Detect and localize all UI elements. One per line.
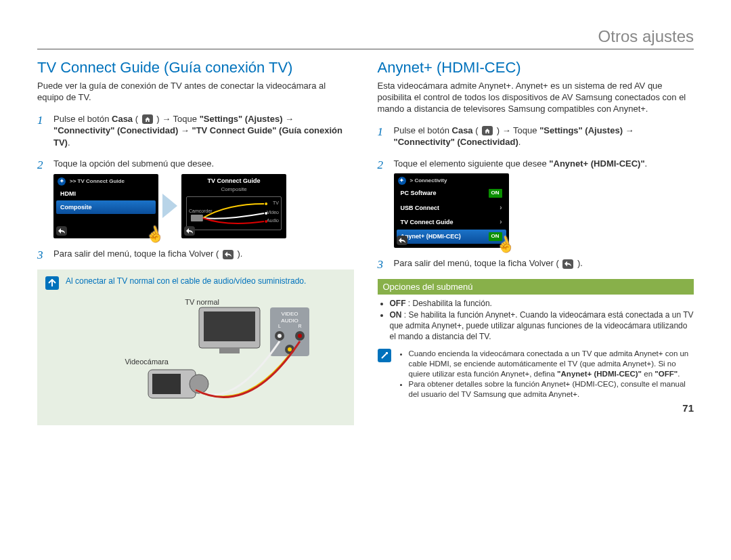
- globe-icon: ✦: [58, 177, 66, 186]
- screens-row: ✦ > Connectivity PC Software ON USB Conn…: [394, 173, 694, 248]
- screens-row: ✦ >> TV Connect Guide HDMI Composite ☝ T…: [53, 174, 354, 238]
- page-number: 71: [378, 402, 694, 414]
- menu-item-anynet: Anynet+ (HDMI-CEC) ON: [397, 230, 506, 244]
- globe-icon: ✦: [398, 177, 406, 185]
- left-column: TV Connect Guide (Guía conexión TV) Pued…: [37, 59, 354, 425]
- svg-point-13: [288, 347, 292, 351]
- menu-item-tvguide: TV Connect Guide ›: [397, 215, 506, 230]
- step-1: Pulse el botón Casa ( ) → Toque "Setting…: [378, 125, 694, 148]
- step-3: Para salir del menú, toque la ficha Volv…: [378, 257, 694, 270]
- note-icon: [378, 349, 391, 362]
- back-icon: [223, 250, 234, 259]
- chevron-right-icon: ›: [500, 203, 502, 213]
- svg-rect-15: [152, 374, 181, 394]
- connection-illustration: TV normal VIDEO AUDIO L R: [45, 295, 346, 417]
- home-icon: [142, 114, 153, 124]
- intro-text: Puede ver la guía de conexión de TV ante…: [37, 81, 354, 104]
- breadcrumb: ✦ >> TV Connect Guide: [56, 177, 156, 187]
- label-tv: TV normal: [185, 298, 219, 306]
- menu-item-usbconnect: USB Connect ›: [397, 200, 506, 215]
- step-1: Pulse el botón Casa ( ) → Toque "Setting…: [37, 113, 354, 149]
- svg-point-1: [265, 202, 267, 205]
- section-heading-anynet: Anynet+ (HDMI-CEC): [378, 59, 694, 77]
- steps-list: Pulse el botón Casa ( ) → Toque "Setting…: [378, 125, 694, 270]
- tap-hand-icon: ☝: [143, 223, 167, 248]
- label-camcorder: Videocámara: [125, 358, 169, 366]
- intro-text: Esta videocámara admite Anynet+. Anynet+…: [378, 81, 694, 115]
- arrow-right-icon: [162, 194, 177, 218]
- back-icon: [184, 226, 195, 236]
- on-badge: ON: [489, 189, 502, 198]
- right-column: Anynet+ (HDMI-CEC) Esta videocámara admi…: [378, 59, 694, 425]
- chevron-right-icon: ›: [500, 217, 502, 227]
- back-icon: [397, 236, 407, 245]
- svg-rect-0: [191, 215, 203, 221]
- svg-point-3: [265, 220, 267, 223]
- screen-connectivity: ✦ > Connectivity PC Software ON USB Conn…: [394, 173, 509, 248]
- label-video: VIDEO: [281, 311, 298, 317]
- step-3: Para salir del menú, toque la ficha Volv…: [37, 248, 354, 260]
- menu-item-composite: Composite: [56, 200, 156, 214]
- info-row: Al conectar al TV normal con el cable de…: [45, 276, 346, 290]
- divider: [37, 49, 694, 49]
- option-on: ON : Se habilita la función Anynet+. Cua…: [390, 310, 694, 342]
- info-box: Al conectar al TV normal con el cable de…: [37, 270, 354, 425]
- menu-item-pcsoftware: PC Software ON: [397, 186, 506, 200]
- step-2: Toque la opción del submenú que desee. ✦…: [37, 158, 354, 238]
- label-l: L: [278, 324, 281, 328]
- svg-rect-5: [204, 311, 255, 341]
- options-list: OFF : Deshabilita la función. ON : Se ha…: [378, 299, 694, 342]
- label-audio: AUDIO: [281, 318, 298, 324]
- back-icon: [562, 259, 573, 269]
- svg-point-9: [278, 334, 282, 338]
- steps-list: Pulse el botón Casa ( ) → Toque "Setting…: [37, 113, 354, 260]
- note-content: Cuando encienda la videocámara conectada…: [398, 349, 694, 400]
- note-item-2: Para obtener detalles sobre la función A…: [409, 379, 694, 400]
- connection-diagram: Camcorder TV Video Audio: [186, 196, 282, 230]
- chapter-title: Otros ajustes: [37, 27, 694, 46]
- manual-page: Otros ajustes TV Connect Guide (Guía con…: [0, 0, 731, 446]
- svg-rect-6: [219, 348, 240, 353]
- option-off: OFF : Deshabilita la función.: [390, 299, 694, 309]
- breadcrumb: ✦ > Connectivity: [397, 176, 506, 186]
- submenu-options-header: Opciones del submenú: [378, 279, 694, 295]
- screen-diagram: TV Connect Guide Composite Camcorder TV …: [181, 174, 286, 238]
- svg-point-11: [298, 334, 302, 338]
- two-column-layout: TV Connect Guide (Guía conexión TV) Pued…: [37, 59, 694, 425]
- info-text: Al conectar al TV normal con el cable de…: [66, 276, 306, 287]
- section-heading-tvguide: TV Connect Guide (Guía conexión TV): [37, 59, 354, 77]
- label-r: R: [298, 324, 301, 328]
- screen-subtitle: Composite: [184, 186, 284, 194]
- screen-title: TV Connect Guide: [184, 177, 284, 185]
- menu-item-hdmi: HDMI: [56, 187, 156, 200]
- note-box: Cuando encienda la videocámara conectada…: [378, 349, 694, 400]
- svg-point-2: [265, 212, 267, 215]
- screen-menu: ✦ >> TV Connect Guide HDMI Composite ☝: [53, 174, 158, 238]
- note-item-1: Cuando encienda la videocámara conectada…: [409, 349, 694, 379]
- step-2: Toque el elemento siguiente que desee "A…: [378, 158, 694, 249]
- back-icon: [56, 226, 67, 236]
- info-icon: [45, 276, 59, 290]
- home-icon: [482, 126, 493, 135]
